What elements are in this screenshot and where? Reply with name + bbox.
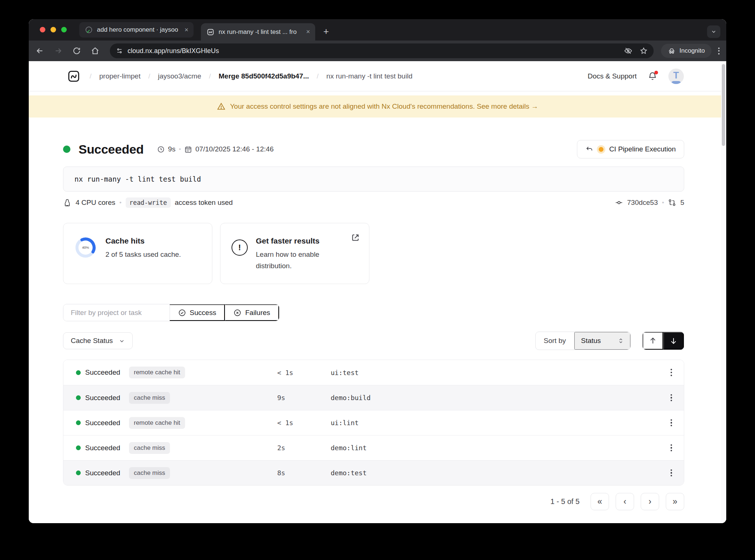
page-scrollbar[interactable]	[721, 61, 726, 523]
breadcrumb-workspace[interactable]: proper-limpet	[99, 72, 140, 80]
first-page-button[interactable]: «	[591, 493, 609, 510]
row-task-name[interactable]: ui:test	[331, 369, 666, 377]
new-tab-button[interactable]: +	[323, 27, 329, 36]
pipeline-status-dot	[599, 147, 603, 152]
cache-hits-card: 40% Cache hits 2 of 5 tasks used cache.	[63, 223, 212, 284]
x-circle-icon	[233, 309, 241, 317]
nx-logo-icon[interactable]	[67, 70, 80, 83]
filter-failures-button[interactable]: Failures	[225, 304, 279, 321]
notification-dot	[654, 71, 658, 74]
filter-success-button[interactable]: Success	[170, 304, 225, 321]
branch-count[interactable]: 5	[680, 199, 684, 207]
close-tab-icon[interactable]: ×	[306, 28, 310, 36]
minimize-window-button[interactable]	[51, 27, 56, 32]
breadcrumb-repo[interactable]: jaysoo3/acme	[158, 72, 201, 80]
chevron-down-icon	[711, 29, 717, 35]
avatar[interactable]: T	[668, 69, 684, 84]
browser-window: ✓ add hero component · jaysoo × nx run-m…	[29, 19, 726, 523]
row-menu-icon[interactable]	[668, 467, 674, 479]
browser-toolbar: cloud.nx.app/runs/BkIXGHleUs Incognito	[29, 41, 726, 61]
run-duration: 9s	[168, 145, 175, 153]
site-settings-icon[interactable]	[116, 47, 123, 55]
undo-icon	[585, 146, 593, 153]
ci-pipeline-execution-button[interactable]: CI Pipeline Execution	[577, 140, 684, 158]
cache-status-label: Cache Status	[71, 337, 113, 345]
table-row[interactable]: Succeeded cache miss 9s demo:build	[63, 385, 684, 410]
row-menu-icon[interactable]	[668, 367, 674, 378]
sort-direction-group	[642, 332, 684, 350]
tab-github-pr[interactable]: ✓ add hero component · jaysoo ×	[79, 22, 194, 38]
filter-input[interactable]	[63, 304, 170, 321]
pagination: 1 - 5 of 5 « ‹ › »	[63, 493, 684, 523]
row-task-name[interactable]: demo:build	[331, 394, 666, 402]
access-control-banner[interactable]: Your access control settings are not ali…	[29, 95, 726, 118]
bookmark-star-icon[interactable]	[640, 47, 648, 55]
row-duration: 2s	[277, 444, 331, 452]
address-bar[interactable]: cloud.nx.app/runs/BkIXGHleUs	[110, 43, 654, 58]
row-menu-icon[interactable]	[668, 442, 674, 454]
cache-hits-subtitle: 2 of 5 tasks used cache.	[105, 249, 181, 260]
arrow-up-icon	[649, 337, 657, 345]
browser-menu-icon[interactable]	[718, 48, 720, 55]
cache-status-dropdown[interactable]: Cache Status	[63, 332, 133, 349]
row-status-label: Succeeded	[85, 368, 129, 377]
breadcrumb-run[interactable]: nx run-many -t lint test build	[326, 72, 412, 80]
row-menu-icon[interactable]	[668, 417, 674, 429]
docs-support-link[interactable]: Docs & Support	[588, 72, 637, 80]
row-duration: 9s	[277, 394, 331, 402]
incognito-icon	[668, 47, 676, 55]
notifications-button[interactable]	[648, 71, 657, 81]
close-window-button[interactable]	[40, 27, 45, 32]
filter-group: Success Failures	[63, 304, 279, 321]
row-status-label: Succeeded	[85, 444, 129, 452]
external-link-icon[interactable]	[351, 233, 360, 242]
last-page-button[interactable]: »	[666, 493, 684, 510]
table-row[interactable]: Succeeded cache miss 2s demo:lint	[63, 435, 684, 460]
url-text[interactable]: cloud.nx.app/runs/BkIXGHleUs	[128, 47, 624, 55]
row-duration: < 1s	[277, 419, 331, 427]
close-tab-icon[interactable]: ×	[184, 26, 188, 34]
home-icon[interactable]	[91, 46, 100, 55]
eye-off-icon[interactable]	[624, 47, 632, 55]
window-controls[interactable]	[40, 27, 67, 32]
sort-ascending-button[interactable]	[643, 332, 663, 350]
row-status-dot	[76, 370, 81, 375]
git-compare-icon	[668, 199, 676, 207]
fullscreen-window-button[interactable]	[61, 27, 67, 32]
tab-search-button[interactable]	[707, 25, 720, 38]
back-icon[interactable]	[35, 46, 44, 55]
distribution-card[interactable]: ! Get faster results Learn how to enable…	[220, 223, 369, 284]
cache-hits-title: Cache hits	[105, 237, 181, 245]
row-task-name[interactable]: ui:lint	[331, 419, 666, 427]
row-cache-chip: cache miss	[129, 467, 170, 479]
commit-sha[interactable]: 730dce53	[627, 199, 658, 207]
dot-separator: •	[179, 146, 181, 153]
reload-icon[interactable]	[72, 46, 81, 55]
sort-field-select[interactable]: Status	[574, 332, 630, 350]
table-row[interactable]: Succeeded remote cache hit < 1s ui:lint	[63, 410, 684, 435]
row-cache-chip: cache miss	[129, 392, 170, 404]
next-page-button[interactable]: ›	[641, 493, 659, 510]
row-status-label: Succeeded	[85, 394, 129, 402]
row-duration: < 1s	[277, 369, 331, 377]
row-menu-icon[interactable]	[668, 392, 674, 404]
forward-icon[interactable]	[54, 46, 63, 55]
row-task-name[interactable]: demo:test	[331, 469, 666, 477]
breadcrumb-merge[interactable]: Merge 85d500f42d5a9b47...	[219, 72, 309, 80]
check-status-favicon-icon: ✓	[85, 26, 93, 34]
distribution-body: Learn how to enable distribution.	[256, 249, 348, 272]
row-status-dot	[76, 470, 81, 475]
tab-nx-cloud-run[interactable]: nx run-many -t lint test ... fro ×	[201, 23, 315, 41]
row-task-name[interactable]: demo:lint	[331, 444, 666, 452]
row-cache-chip: cache miss	[129, 442, 170, 454]
up-down-chevrons-icon	[618, 338, 624, 344]
row-cache-chip: remote cache hit	[129, 367, 185, 378]
sort-descending-button[interactable]	[663, 332, 684, 350]
banner-message[interactable]: Your access control settings are not ali…	[230, 102, 538, 111]
check-circle-icon	[178, 309, 186, 317]
table-row[interactable]: Succeeded remote cache hit < 1s ui:test	[63, 360, 684, 385]
previous-page-button[interactable]: ‹	[616, 493, 634, 510]
tab-title: add hero component · jaysoo	[97, 26, 181, 34]
scrollbar-thumb[interactable]	[722, 64, 725, 146]
table-row[interactable]: Succeeded cache miss 8s demo:test	[63, 460, 684, 485]
